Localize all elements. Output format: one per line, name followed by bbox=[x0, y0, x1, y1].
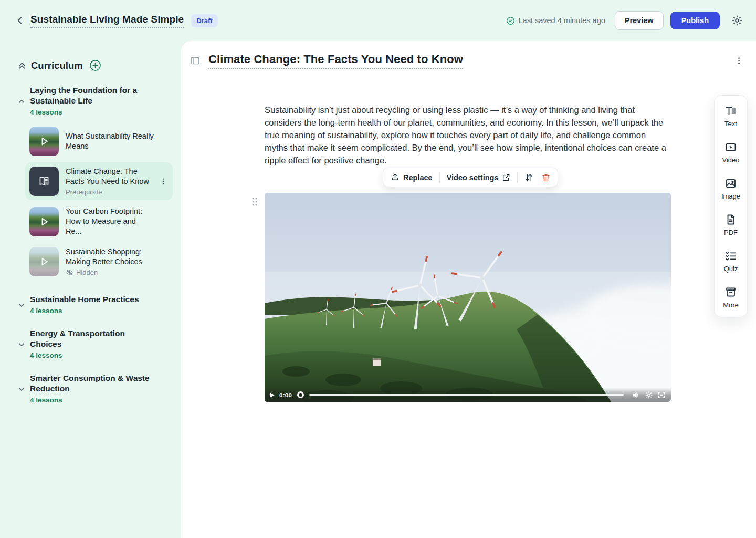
chevron-down-icon[interactable] bbox=[17, 385, 27, 394]
check-circle-icon bbox=[506, 16, 515, 25]
lesson-text: Climate Change: The Facts You Need to Kn… bbox=[66, 167, 154, 196]
replace-video-button[interactable]: Replace bbox=[388, 173, 435, 182]
video-player[interactable]: 0:00 bbox=[265, 193, 671, 402]
chevron-down-icon[interactable] bbox=[17, 329, 27, 359]
section-energy-transportation: Energy & Transportation Choices 4 lesson… bbox=[17, 328, 176, 359]
lesson-title: Your Carbon Footprint: How to Measure an… bbox=[66, 206, 154, 236]
play-button[interactable] bbox=[269, 392, 275, 398]
chevron-up-icon[interactable] bbox=[17, 97, 27, 106]
section-home-practices: Sustainable Home Practices 4 lessons bbox=[17, 294, 176, 315]
progress-track[interactable] bbox=[309, 394, 624, 396]
lesson-hidden-label: Hidden bbox=[66, 268, 154, 276]
lesson-options-kebab[interactable] bbox=[734, 56, 743, 65]
quiz-icon bbox=[724, 250, 737, 262]
sort-arrows-icon bbox=[524, 173, 533, 182]
curriculum-sidebar: Curriculum Laying the Foundation for a S… bbox=[0, 41, 181, 538]
pdf-icon bbox=[724, 213, 737, 226]
image-icon bbox=[724, 177, 737, 190]
section-header[interactable]: Laying the Foundation for a Sustainable … bbox=[17, 85, 176, 116]
lesson-text: What Sustainability Really Means bbox=[66, 131, 154, 151]
section-header[interactable]: Sustainable Home Practices 4 lessons bbox=[17, 294, 176, 315]
section-text: Smarter Consumption & Waste Reduction 4 … bbox=[30, 373, 159, 404]
preview-button[interactable]: Preview bbox=[615, 11, 664, 30]
status-badge: Draft bbox=[191, 14, 217, 27]
section-lesson-count: 4 lessons bbox=[30, 307, 139, 315]
volume-icon[interactable] bbox=[632, 391, 640, 399]
lesson-item-climate-change[interactable]: Climate Change: The Facts You Need to Kn… bbox=[25, 162, 173, 200]
toolbar-divider bbox=[439, 172, 440, 183]
section-header[interactable]: Energy & Transportation Choices 4 lesson… bbox=[17, 328, 176, 359]
chevron-down-icon[interactable] bbox=[17, 295, 27, 315]
add-pdf-block[interactable]: PDF bbox=[724, 213, 738, 236]
block-drag-handle[interactable] bbox=[250, 196, 259, 207]
lesson-prerequisite-label: Prerequisite bbox=[66, 188, 154, 196]
course-title[interactable]: Sustainable Living Made Simple bbox=[30, 14, 184, 28]
toolbox-label: Video bbox=[722, 156, 739, 164]
current-time: 0:00 bbox=[279, 392, 292, 398]
lesson-item-carbon-footprint[interactable]: Your Carbon Footprint: How to Measure an… bbox=[25, 202, 173, 241]
text-icon bbox=[724, 105, 737, 117]
sections-list: Laying the Foundation for a Sustainable … bbox=[17, 85, 176, 404]
section-title: Laying the Foundation for a Sustainable … bbox=[30, 85, 159, 106]
lesson-intro-paragraph[interactable]: Sustainability isn’t just about recyclin… bbox=[265, 104, 671, 167]
lesson-item-sustainable-shopping[interactable]: Sustainable Shopping: Making Better Choi… bbox=[25, 243, 173, 281]
video-settings-button[interactable]: Video settings bbox=[445, 173, 513, 182]
lesson-page-title[interactable]: Climate Change: The Facts You Need to Kn… bbox=[208, 53, 463, 69]
settings-gear-icon[interactable] bbox=[731, 15, 743, 26]
add-more-block[interactable]: More bbox=[723, 286, 739, 309]
hidden-text: Hidden bbox=[76, 268, 98, 276]
external-link-icon bbox=[502, 173, 510, 182]
player-settings-icon[interactable] bbox=[645, 391, 653, 399]
add-quiz-block[interactable]: Quiz bbox=[724, 250, 738, 273]
lesson-item-what-sustainability[interactable]: What Sustainability Really Means bbox=[25, 122, 173, 160]
trash-icon bbox=[541, 173, 551, 182]
lessons-list: What Sustainability Really Means Climate… bbox=[25, 122, 176, 281]
section-lesson-count: 4 lessons bbox=[30, 396, 159, 404]
toolbox-label: Quiz bbox=[724, 265, 738, 273]
more-blocks-icon bbox=[724, 286, 737, 298]
save-status: Last saved 4 minutes ago bbox=[506, 16, 605, 25]
back-button[interactable] bbox=[13, 13, 27, 28]
toolbox-label: More bbox=[723, 301, 739, 309]
eye-off-icon bbox=[66, 268, 74, 276]
play-icon bbox=[29, 207, 59, 236]
toolbar-divider bbox=[517, 172, 518, 183]
upload-icon bbox=[391, 173, 400, 182]
play-icon bbox=[29, 247, 59, 276]
lesson-video-thumbnail bbox=[29, 207, 59, 236]
section-title: Energy & Transportation Choices bbox=[30, 328, 159, 349]
section-lesson-count: 4 lessons bbox=[30, 108, 159, 116]
section-title: Sustainable Home Practices bbox=[30, 294, 139, 305]
add-video-block[interactable]: Video bbox=[722, 141, 739, 164]
lesson-editor-card: Climate Change: The Facts You Need to Kn… bbox=[181, 41, 756, 538]
section-title: Smarter Consumption & Waste Reduction bbox=[30, 373, 159, 394]
collapse-all-icon[interactable] bbox=[17, 60, 28, 71]
section-header[interactable]: Smarter Consumption & Waste Reduction 4 … bbox=[17, 373, 176, 404]
toggle-sidebar-icon[interactable] bbox=[190, 55, 201, 66]
scrubber-handle[interactable] bbox=[297, 391, 304, 398]
add-image-block[interactable]: Image bbox=[721, 177, 740, 200]
publish-button[interactable]: Publish bbox=[670, 12, 720, 29]
delete-block-button[interactable] bbox=[540, 173, 552, 182]
lesson-kebab-menu[interactable] bbox=[159, 177, 167, 185]
fullscreen-icon[interactable] bbox=[657, 391, 666, 399]
section-text: Sustainable Home Practices 4 lessons bbox=[30, 294, 139, 315]
add-section-button[interactable] bbox=[89, 59, 101, 71]
section-smarter-consumption: Smarter Consumption & Waste Reduction 4 … bbox=[17, 373, 176, 404]
lesson-video-thumbnail bbox=[29, 247, 59, 276]
curriculum-title: Curriculum bbox=[31, 60, 83, 71]
replace-label: Replace bbox=[403, 173, 433, 182]
play-icon bbox=[29, 127, 59, 156]
section-text: Laying the Foundation for a Sustainable … bbox=[30, 85, 159, 116]
add-text-block[interactable]: Text bbox=[724, 105, 737, 128]
content-blocks-toolbox: Text Video Image PDF Quiz More bbox=[714, 95, 748, 317]
toolbox-label: Text bbox=[724, 120, 737, 128]
move-block-button[interactable] bbox=[522, 173, 535, 182]
open-book-icon bbox=[37, 174, 51, 188]
lesson-video-thumbnail bbox=[29, 127, 59, 156]
curriculum-header: Curriculum bbox=[17, 59, 176, 71]
lesson-title: Sustainable Shopping: Making Better Choi… bbox=[66, 247, 154, 267]
toolbox-label: Image bbox=[721, 192, 740, 200]
section-laying-foundation: Laying the Foundation for a Sustainable … bbox=[17, 85, 176, 281]
lesson-title: Climate Change: The Facts You Need to Kn… bbox=[66, 167, 154, 187]
